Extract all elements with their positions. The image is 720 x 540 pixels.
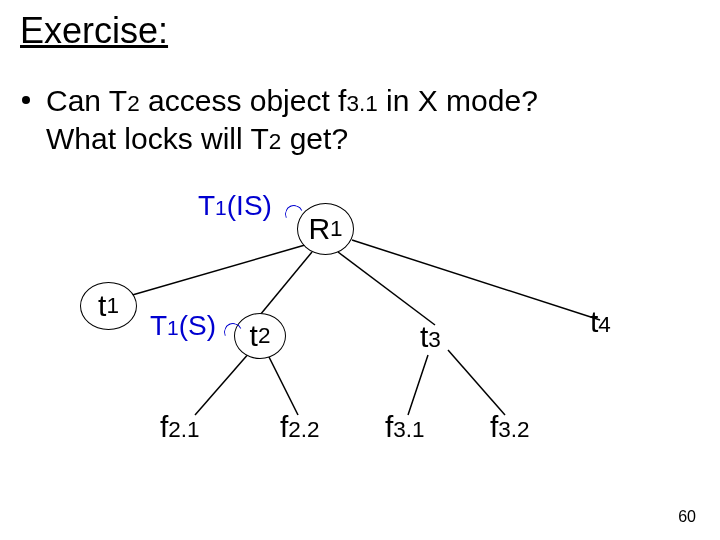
node-t2-pre: t bbox=[250, 319, 258, 353]
node-f32-sub: 3.2 bbox=[498, 417, 529, 442]
node-r1-pre: R bbox=[308, 212, 330, 246]
svg-line-4 bbox=[195, 352, 250, 415]
node-r1: R1 bbox=[297, 203, 354, 255]
svg-line-7 bbox=[448, 350, 505, 415]
node-t3-sub: 3 bbox=[428, 327, 441, 352]
node-f21: f2.1 bbox=[160, 410, 200, 444]
svg-line-5 bbox=[268, 355, 298, 415]
slide: Exercise: Can T2 access object f3.1 in X… bbox=[0, 0, 720, 540]
lock-r1-post: (IS) bbox=[227, 190, 272, 221]
lock-t2-pre: T bbox=[150, 310, 167, 341]
node-t3: t3 bbox=[420, 320, 441, 354]
svg-line-6 bbox=[408, 355, 428, 415]
node-t4-sub: 4 bbox=[598, 312, 611, 337]
node-f22-sub: 2.2 bbox=[288, 417, 319, 442]
lock-t2-post: (S) bbox=[179, 310, 216, 341]
lock-label-r1: T1(IS) bbox=[198, 190, 272, 222]
node-f32: f3.2 bbox=[490, 410, 530, 444]
node-t1-pre: t bbox=[98, 289, 106, 323]
node-f31: f3.1 bbox=[385, 410, 425, 444]
node-t1: t1 bbox=[80, 282, 137, 330]
node-t2-sub: 2 bbox=[258, 323, 271, 349]
node-f22: f2.2 bbox=[280, 410, 320, 444]
svg-line-3 bbox=[352, 240, 600, 320]
lock-r1-sub: 1 bbox=[215, 196, 227, 219]
lock-r1-pre: T bbox=[198, 190, 215, 221]
node-t2: t2 bbox=[234, 313, 286, 359]
node-t1-sub: 1 bbox=[106, 293, 119, 319]
node-f31-sub: 3.1 bbox=[393, 417, 424, 442]
svg-line-0 bbox=[115, 245, 305, 300]
lock-t2-sub: 1 bbox=[167, 316, 179, 339]
svg-line-2 bbox=[338, 252, 435, 325]
node-r1-sub: 1 bbox=[330, 216, 343, 242]
svg-line-1 bbox=[260, 252, 312, 315]
tree-edges bbox=[0, 0, 720, 540]
lock-label-t2: T1(S) bbox=[150, 310, 216, 342]
node-f21-sub: 2.1 bbox=[168, 417, 199, 442]
node-t4: t4 bbox=[590, 305, 611, 339]
